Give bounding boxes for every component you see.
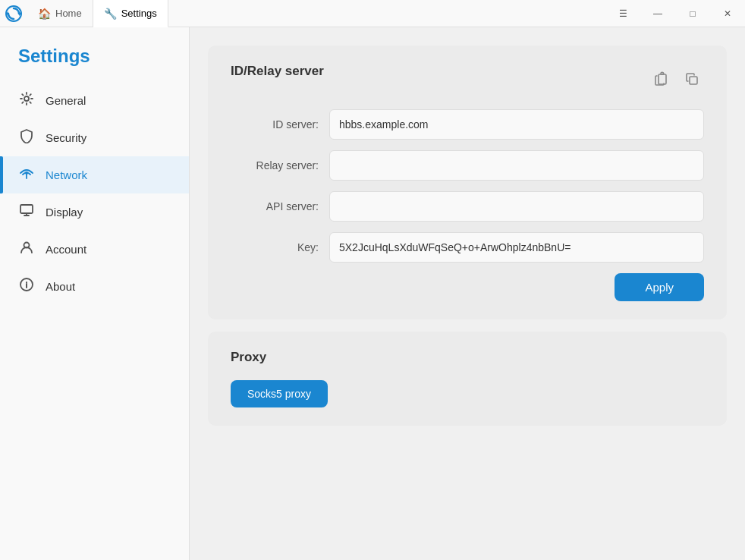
sidebar-item-display[interactable]: Display xyxy=(0,193,189,231)
id-relay-card: ID/Relay server ID server: Relay server: xyxy=(208,46,727,319)
tab-settings-label: Settings xyxy=(121,8,157,19)
sidebar-item-security[interactable]: Security xyxy=(0,119,189,156)
maximize-button[interactable]: □ xyxy=(675,0,710,27)
sidebar-item-general-label: General xyxy=(46,94,86,107)
sidebar-item-security-label: Security xyxy=(46,131,86,144)
id-relay-card-header: ID/Relay server xyxy=(231,64,704,94)
network-icon xyxy=(18,165,35,184)
key-label: Key: xyxy=(231,241,329,253)
sidebar-item-about-label: About xyxy=(46,280,75,293)
sidebar-item-account-label: Account xyxy=(46,243,86,256)
sidebar-item-about[interactable]: About xyxy=(0,268,189,305)
key-row: Key: xyxy=(231,232,704,263)
proxy-card-title: Proxy xyxy=(231,350,704,365)
general-icon xyxy=(18,91,35,110)
app-logo xyxy=(0,0,27,27)
id-server-input[interactable] xyxy=(329,109,704,140)
relay-server-label: Relay server: xyxy=(231,159,329,171)
key-input[interactable] xyxy=(329,232,704,263)
api-server-row: API server: xyxy=(231,191,704,222)
minimize-button[interactable]: — xyxy=(640,0,675,27)
content-area: ID/Relay server ID server: Relay server: xyxy=(190,27,745,560)
card-header-icons xyxy=(649,67,704,91)
apply-button[interactable]: Apply xyxy=(615,273,704,301)
titlebar: 🏠 Home 🔧 Settings ☰ — □ ✕ xyxy=(0,0,745,27)
sidebar-item-account[interactable]: Account xyxy=(0,231,189,268)
relay-server-row: Relay server: xyxy=(231,150,704,181)
svg-rect-9 xyxy=(659,74,666,84)
svg-rect-10 xyxy=(690,77,697,84)
app-logo-icon xyxy=(5,5,22,22)
copy-icon xyxy=(684,71,699,87)
id-server-row: ID server: xyxy=(231,109,704,140)
menu-button[interactable]: ☰ xyxy=(605,0,640,27)
paste-icon xyxy=(654,71,669,87)
api-server-label: API server: xyxy=(231,200,329,212)
security-icon xyxy=(18,128,35,147)
id-server-label: ID server: xyxy=(231,118,329,131)
tab-settings[interactable]: 🔧 Settings xyxy=(93,0,168,27)
paste-button[interactable] xyxy=(649,67,674,91)
display-icon xyxy=(18,203,35,222)
about-icon xyxy=(18,277,35,296)
copy-button[interactable] xyxy=(680,67,704,91)
main-layout: Settings General Security Network Displa… xyxy=(0,27,745,560)
home-icon: 🏠 xyxy=(38,8,51,20)
sidebar-item-display-label: Display xyxy=(46,206,83,219)
sidebar-item-network-label: Network xyxy=(46,168,87,181)
settings-tab-icon: 🔧 xyxy=(104,8,117,20)
account-icon xyxy=(18,240,35,259)
sidebar-title: Settings xyxy=(0,35,189,82)
id-relay-card-title: ID/Relay server xyxy=(231,64,324,79)
sidebar-item-general[interactable]: General xyxy=(0,82,189,119)
tab-home-label: Home xyxy=(55,8,82,19)
socks5-proxy-button[interactable]: Socks5 proxy xyxy=(231,380,328,407)
sidebar-item-network[interactable]: Network xyxy=(0,156,189,193)
window-controls: ☰ — □ ✕ xyxy=(605,0,745,27)
sidebar: Settings General Security Network Displa… xyxy=(0,27,190,560)
close-button[interactable]: ✕ xyxy=(710,0,745,27)
relay-server-input[interactable] xyxy=(329,150,704,181)
form-actions: Apply xyxy=(231,273,704,301)
svg-point-3 xyxy=(24,96,29,101)
proxy-card: Proxy Socks5 proxy xyxy=(208,332,727,426)
tab-home[interactable]: 🏠 Home xyxy=(27,0,93,27)
svg-rect-6 xyxy=(20,205,33,213)
api-server-input[interactable] xyxy=(329,191,704,222)
